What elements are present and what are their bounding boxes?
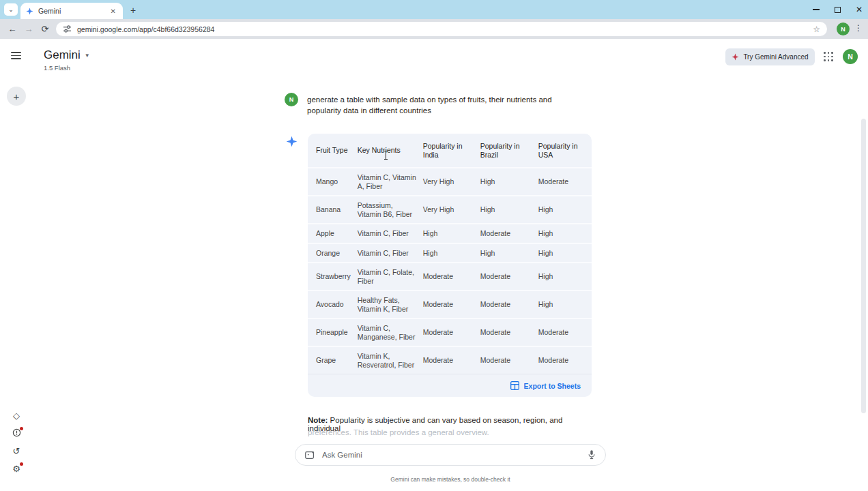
table-cell: Moderate — [480, 224, 538, 243]
table-cell: Moderate — [480, 318, 538, 346]
table-row: AppleVitamin C, FiberHighModerateHigh — [308, 224, 592, 243]
table-cell: Moderate — [423, 291, 480, 318]
table-cell: Banana — [308, 196, 358, 224]
table-column-header: Popularity in India — [423, 134, 480, 168]
table-cell: High — [480, 168, 538, 196]
table-cell: High — [538, 243, 592, 263]
table-cell: Moderate — [480, 346, 538, 374]
site-settings-icon[interactable] — [63, 25, 72, 33]
table-row: PineappleVitamin C, Manganese, FiberMode… — [308, 318, 592, 346]
tab-title: Gemini — [38, 7, 109, 15]
history-icon[interactable]: ↺ — [12, 446, 22, 456]
prompt-placeholder: Ask Gemini — [322, 451, 588, 459]
gemini-sparkle-icon — [286, 136, 298, 147]
table-column-header: Popularity in Brazil — [480, 134, 538, 168]
menu-icon[interactable] — [11, 52, 21, 59]
table-cell: High — [480, 243, 538, 263]
gemini-favicon-icon — [26, 8, 33, 15]
table-cell: Vitamin C, Folate, Fiber — [358, 263, 423, 291]
table-row: BananaPotassium, Vitamin B6, FiberVery H… — [308, 196, 592, 224]
browser-titlebar: ⌄ Gemini ✕ + ✕ — [0, 0, 868, 19]
window-minimize-icon[interactable] — [813, 9, 820, 10]
fruit-table: Fruit TypeKey NutrientsPopularity in Ind… — [308, 134, 592, 374]
chevron-down-icon: ▼ — [85, 53, 90, 59]
table-cell: Vitamin C, Manganese, Fiber — [358, 318, 423, 346]
table-column-header: Key Nutrients — [358, 134, 423, 168]
table-column-header: Fruit Type — [308, 134, 358, 168]
table-cell: Apple — [308, 224, 358, 243]
window-restore-icon[interactable] — [835, 7, 841, 13]
table-cell: High — [423, 224, 480, 243]
page-scrollbar[interactable] — [861, 119, 866, 413]
address-bar[interactable]: gemini.google.com/app/c4bf66d323956284 ☆ — [56, 22, 827, 36]
browser-menu-icon[interactable]: ⋮ — [854, 23, 863, 33]
bookmark-star-icon[interactable]: ☆ — [813, 25, 820, 34]
table-cell: High — [538, 263, 592, 291]
gem-icon[interactable]: ◇ — [12, 411, 22, 421]
table-cell: Healthy Fats, Vitamin K, Fiber — [358, 291, 423, 318]
browser-profile-avatar[interactable]: N — [837, 23, 850, 35]
tab-search-button[interactable]: ⌄ — [4, 3, 18, 16]
notification-dot — [20, 462, 23, 466]
table-cell: Avocado — [308, 291, 358, 318]
google-apps-icon[interactable] — [824, 52, 833, 61]
table-cell: High — [480, 196, 538, 224]
table-row: AvocadoHealthy Fats, Vitamin K, FiberMod… — [308, 291, 592, 318]
text-cursor — [384, 151, 388, 160]
table-cell: Moderate — [423, 263, 480, 291]
table-cell: Vitamin C, Vitamin A, Fiber — [358, 168, 423, 196]
table-cell: Moderate — [538, 168, 592, 196]
table-cell: High — [423, 243, 480, 263]
mic-icon[interactable] — [588, 449, 596, 460]
new-chat-button[interactable]: + — [7, 87, 26, 106]
table-cell: Very High — [423, 196, 480, 224]
settings-icon[interactable]: ⚙ — [12, 464, 22, 474]
table-cell: High — [538, 224, 592, 243]
table-cell: Moderate — [480, 263, 538, 291]
table-cell: Vitamin C, Fiber — [358, 243, 423, 263]
tab-close-icon[interactable]: ✕ — [109, 6, 117, 16]
table-cell: Moderate — [538, 318, 592, 346]
browser-tab[interactable]: Gemini ✕ — [20, 3, 123, 19]
url-text: gemini.google.com/app/c4bf66d323956284 — [77, 25, 813, 33]
table-cell: Moderate — [423, 318, 480, 346]
table-row: OrangeVitamin C, FiberHighHighHigh — [308, 243, 592, 263]
back-icon[interactable]: ← — [4, 24, 20, 34]
table-cell: Pineapple — [308, 318, 358, 346]
table-cell: Vitamin K, Resveratrol, Fiber — [358, 346, 423, 374]
table-cell: Very High — [423, 168, 480, 196]
account-avatar[interactable]: N — [843, 49, 858, 64]
sheets-table-icon — [510, 381, 519, 390]
prompt-input[interactable]: Ask Gemini — [295, 444, 606, 466]
table-cell: Vitamin C, Fiber — [358, 224, 423, 243]
table-cell: Moderate — [480, 291, 538, 318]
notification-dot — [20, 427, 23, 430]
window-close-icon[interactable]: ✕ — [856, 5, 863, 14]
add-image-icon[interactable] — [305, 451, 315, 460]
try-gemini-advanced-button[interactable]: Try Gemini Advanced — [725, 48, 815, 65]
note-text-faded: preferences. This table provides a gener… — [308, 428, 594, 436]
response-table-card: Fruit TypeKey NutrientsPopularity in Ind… — [308, 134, 592, 397]
new-tab-button[interactable]: + — [127, 4, 139, 16]
user-message: generate a table with sample data on typ… — [307, 94, 585, 116]
user-avatar: N — [285, 93, 298, 106]
table-column-header: Popularity in USA — [538, 134, 592, 168]
reload-icon[interactable]: ⟳ — [37, 24, 53, 34]
table-cell: Grape — [308, 346, 358, 374]
help-icon[interactable] — [12, 428, 22, 438]
table-cell: Mango — [308, 168, 358, 196]
model-label: 1.5 Flash — [44, 64, 90, 72]
export-to-sheets-button[interactable]: Export to Sheets — [524, 382, 581, 390]
table-cell: Moderate — [423, 346, 480, 374]
table-row: MangoVitamin C, Vitamin A, FiberVery Hig… — [308, 168, 592, 196]
table-cell: Potassium, Vitamin B6, Fiber — [358, 196, 423, 224]
gemini-app: + ◇ ↺ ⚙ Gemini▼ 1.5 Flash Try Gemini Adv… — [0, 39, 868, 491]
table-cell: Moderate — [538, 346, 592, 374]
forward-icon[interactable]: → — [20, 24, 37, 34]
table-cell: Orange — [308, 243, 358, 263]
table-cell: High — [538, 291, 592, 318]
advanced-sparkle-icon — [732, 53, 739, 61]
app-title[interactable]: Gemini▼ — [44, 48, 90, 62]
disclaimer-text: Gemini can make mistakes, so double-chec… — [295, 476, 606, 483]
table-row: GrapeVitamin K, Resveratrol, FiberModera… — [308, 346, 592, 374]
